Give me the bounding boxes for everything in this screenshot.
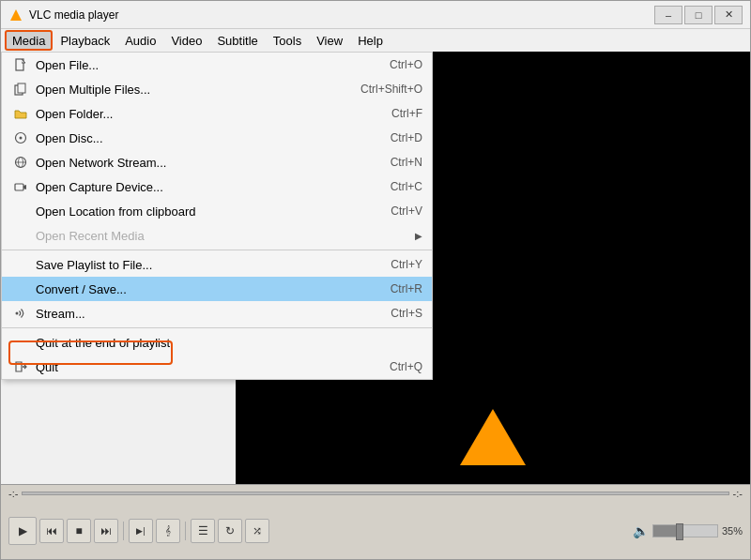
quit-icon [11,357,30,376]
convert-save-shortcut: Ctrl+R [391,282,422,295]
volume-percent: 35% [722,525,743,537]
stream-label: Stream... [36,307,372,321]
volume-slider[interactable] [652,524,718,537]
volume-icon: 🔈 [633,523,649,538]
open-disc-icon [11,129,30,147]
open-capture-icon [11,177,30,196]
quit-shortcut: Ctrl+Q [390,360,422,373]
menu-item-media[interactable]: Media [5,30,53,51]
time-elapsed: -:- [8,488,18,499]
open-network-label: Open Network Stream... [36,156,372,170]
equalizer-button[interactable]: 𝄞 [156,519,180,543]
loop-button[interactable]: ↻ [218,519,242,543]
open-multiple-shortcut: Ctrl+Shift+O [360,83,422,96]
open-recent-label: Open Recent Media [36,229,415,243]
open-file-icon [11,55,30,74]
svg-marker-11 [23,185,26,189]
open-network-icon [11,153,30,172]
time-remaining: -:- [733,488,743,499]
sep-controls-2 [185,522,186,540]
menu-open-capture[interactable]: Open Capture Device... Ctrl+C [2,174,432,199]
open-recent-icon [11,226,30,245]
menu-convert-save[interactable]: Convert / Save... Ctrl+R [2,277,432,301]
volume-area: 🔈 35% [633,523,743,538]
maximize-button[interactable]: □ [684,6,713,24]
controls-main: ▶ ⏮ ■ ⏭ ▶| 𝄞 ☰ ↻ ⤮ 🔈 35% [1,502,750,559]
menu-quit[interactable]: Quit Ctrl+Q [2,355,432,379]
vlc-icon [8,8,23,23]
minimize-button[interactable]: – [654,6,682,24]
volume-handle[interactable] [676,523,683,540]
close-button[interactable]: ✕ [714,6,743,24]
convert-save-icon [11,280,30,298]
open-clipboard-icon [11,202,30,220]
stop-button[interactable]: ■ [67,519,91,543]
menu-item-view[interactable]: View [309,30,350,51]
open-folder-label: Open Folder... [36,107,373,121]
next-button[interactable]: ⏭ [94,519,118,543]
separator-1 [2,250,432,250]
menu-stream[interactable]: Stream... Ctrl+S [2,301,432,325]
menu-open-disc[interactable]: Open Disc... Ctrl+D [2,126,432,150]
menu-item-playback[interactable]: Playback [53,30,117,51]
random-button[interactable]: ⤮ [245,519,269,543]
menu-item-subtitle[interactable]: Subtitle [209,30,265,51]
quit-end-label: Quit at the end of playlist [36,336,422,350]
menu-item-tools[interactable]: Tools [266,30,309,51]
svg-rect-1 [13,19,19,21]
menu-open-network[interactable]: Open Network Stream... Ctrl+N [2,150,432,174]
open-network-shortcut: Ctrl+N [391,156,422,169]
open-recent-arrow: ▶ [415,231,422,241]
controls-bar: -:- -:- ▶ ⏮ ■ ⏭ ▶| 𝄞 ☰ ↻ ⤮ 🔈 35% [1,484,750,559]
seekbar-area: -:- -:- [1,485,750,502]
open-capture-shortcut: Ctrl+C [391,180,422,193]
vlc-cone-logo [460,409,526,465]
menu-item-help[interactable]: Help [350,30,391,51]
svg-rect-4 [18,83,25,93]
open-capture-label: Open Capture Device... [36,180,372,194]
vlc-window: VLC media player – □ ✕ Media Playback Au… [0,0,751,560]
window-title: VLC media player [29,8,654,22]
play-button[interactable]: ▶ [8,517,37,545]
svg-point-12 [16,312,19,315]
stream-shortcut: Ctrl+S [391,307,422,320]
save-playlist-icon [11,255,30,274]
sep-controls [123,522,124,540]
menu-quit-end[interactable]: Quit at the end of playlist [2,330,432,355]
menu-open-clipboard[interactable]: Open Location from clipboard Ctrl+V [2,199,432,223]
open-folder-shortcut: Ctrl+F [391,107,422,120]
menu-save-playlist[interactable]: Save Playlist to File... Ctrl+Y [2,252,432,277]
quit-label: Quit [36,360,371,374]
open-multiple-label: Open Multiple Files... [36,83,342,97]
save-playlist-label: Save Playlist to File... [36,258,372,272]
menu-item-audio[interactable]: Audio [117,30,163,51]
svg-rect-10 [15,184,23,190]
menu-open-file[interactable]: Open File... Ctrl+O [2,53,432,77]
media-dropdown: Open File... Ctrl+O Open Multiple Files.… [1,52,433,380]
open-file-label: Open File... [36,58,371,72]
title-bar: VLC media player – □ ✕ [1,1,750,29]
menu-open-folder[interactable]: Open Folder... Ctrl+F [2,101,432,126]
quit-end-icon [11,333,30,352]
menu-item-video[interactable]: Video [163,30,209,51]
convert-save-label: Convert / Save... [36,282,372,296]
open-file-shortcut: Ctrl+O [390,58,422,71]
open-clipboard-label: Open Location from clipboard [36,204,372,219]
prev-button[interactable]: ⏮ [39,519,64,543]
seekbar[interactable] [22,492,728,495]
stream-icon [11,304,30,323]
playlist-button[interactable]: ☰ [191,519,215,543]
menu-bar: Media Playback Audio Video Subtitle Tool… [1,29,750,52]
menu-open-multiple[interactable]: Open Multiple Files... Ctrl+Shift+O [2,77,432,101]
open-multiple-icon [11,80,30,98]
open-folder-icon [11,104,30,123]
save-playlist-shortcut: Ctrl+Y [391,258,422,271]
frame-back-button[interactable]: ▶| [129,519,153,543]
open-disc-label: Open Disc... [36,131,372,145]
open-clipboard-shortcut: Ctrl+V [391,204,422,218]
main-content: Open File... Ctrl+O Open Multiple Files.… [1,52,750,484]
separator-2 [2,327,432,328]
window-controls: – □ ✕ [654,6,743,24]
svg-point-6 [20,137,23,140]
menu-open-recent[interactable]: Open Recent Media ▶ [2,223,432,248]
